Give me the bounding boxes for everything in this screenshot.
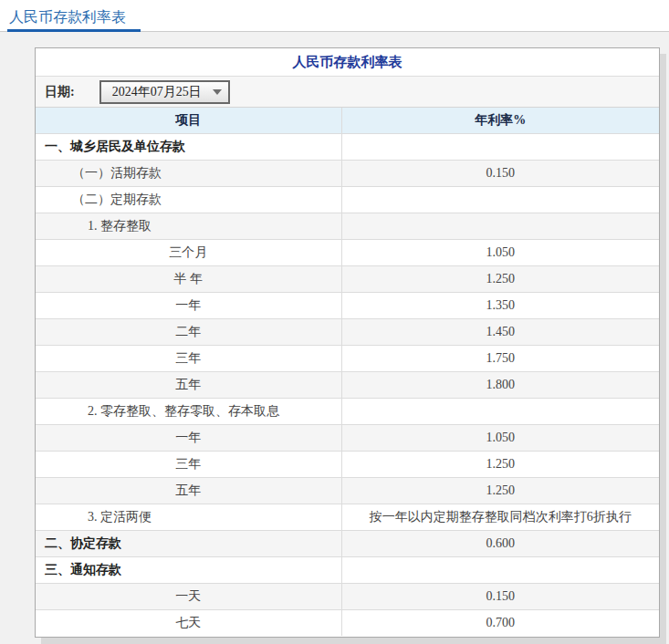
rate-cell: 1.250 [341,266,659,293]
page-heading: 人民币存款利率表 [9,9,126,25]
rate-cell: 0.700 [341,610,659,637]
item-cell: 二年 [36,319,341,346]
table-row: 一年1.350 [36,293,659,319]
top-bar: 人民币存款利率表 [0,0,669,29]
rate-cell: 1.050 [341,425,659,452]
item-cell: 一年 [36,425,341,452]
item-cell: 一天 [36,584,341,610]
rate-panel: 人民币存款利率表 日期: 2024年07月25日 项目 年利率% 一、城乡居民及… [35,47,660,638]
item-cell: 一、城乡居民及单位存款 [36,134,341,161]
table-row: 一年1.050 [36,425,659,452]
date-row: 日期: 2024年07月25日 [36,76,659,108]
item-cell: 三年 [36,346,341,372]
item-cell: 3. 定活两便 [36,504,341,531]
rate-table-body: 一、城乡居民及单位存款（一）活期存款0.150（二）定期存款1. 整存整取三个月… [36,134,659,637]
rate-cell: 1.800 [341,372,659,399]
table-row: 五年1.800 [36,372,659,399]
table-row: 1. 整存整取 [36,213,659,240]
rate-cell [341,213,659,240]
item-cell: 三年 [36,452,341,478]
table-row: 半 年1.250 [36,266,659,293]
date-select[interactable]: 2024年07月25日 [99,80,230,104]
rate-cell: 1.050 [341,240,659,266]
rate-cell: 1.250 [341,452,659,478]
rate-cell: 0.150 [341,161,659,187]
item-cell: 五年 [36,478,341,504]
table-row: 三年1.250 [36,452,659,478]
item-cell: 七天 [36,610,341,637]
item-cell: （一）活期存款 [36,161,341,187]
date-select-value: 2024年07月25日 [112,84,202,100]
table-row: 一天0.150 [36,584,659,610]
content-area: 人民币存款利率表 日期: 2024年07月25日 项目 年利率% 一、城乡居民及… [0,32,669,644]
rate-cell: 1.350 [341,293,659,319]
rate-cell: 按一年以内定期整存整取同档次利率打6折执行 [341,504,659,531]
table-title: 人民币存款利率表 [36,48,659,76]
table-row: 七天0.700 [36,610,659,637]
table-row: 三个月1.050 [36,240,659,266]
table-row: 三、通知存款 [36,557,659,584]
rate-cell: 1.750 [341,346,659,372]
item-cell: 2. 零存整取、整存零取、存本取息 [36,399,341,425]
rate-cell: 0.150 [341,584,659,610]
table-header-row: 项目 年利率% [36,108,659,134]
heading-underline [0,29,669,32]
table-row: 2. 零存整取、整存零取、存本取息 [36,399,659,425]
item-cell: 五年 [36,372,341,399]
column-header-rate: 年利率% [341,108,659,134]
item-cell: 二、协定存款 [36,531,341,557]
item-cell: 一年 [36,293,341,319]
date-label: 日期: [45,84,75,100]
item-cell: 半 年 [36,266,341,293]
column-header-item: 项目 [36,108,341,134]
table-row: （一）活期存款0.150 [36,161,659,187]
rate-cell: 0.600 [341,531,659,557]
rate-cell: 1.250 [341,478,659,504]
rate-cell [341,134,659,161]
chevron-down-icon [213,89,222,95]
item-cell: 三、通知存款 [36,557,341,584]
rate-cell [341,187,659,213]
rate-cell [341,557,659,584]
table-row: 三年1.750 [36,346,659,372]
rate-cell [341,399,659,425]
rate-cell: 1.450 [341,319,659,346]
active-tab-underline [7,29,141,32]
table-row: 3. 定活两便按一年以内定期整存整取同档次利率打6折执行 [36,504,659,531]
table-row: 二、协定存款0.600 [36,531,659,557]
item-cell: 三个月 [36,240,341,266]
item-cell: 1. 整存整取 [36,213,341,240]
table-row: 二年1.450 [36,319,659,346]
rate-table: 项目 年利率% 一、城乡居民及单位存款（一）活期存款0.150（二）定期存款1.… [36,108,659,636]
table-row: 五年1.250 [36,478,659,504]
item-cell: （二）定期存款 [36,187,341,213]
table-row: （二）定期存款 [36,187,659,213]
table-row: 一、城乡居民及单位存款 [36,134,659,161]
